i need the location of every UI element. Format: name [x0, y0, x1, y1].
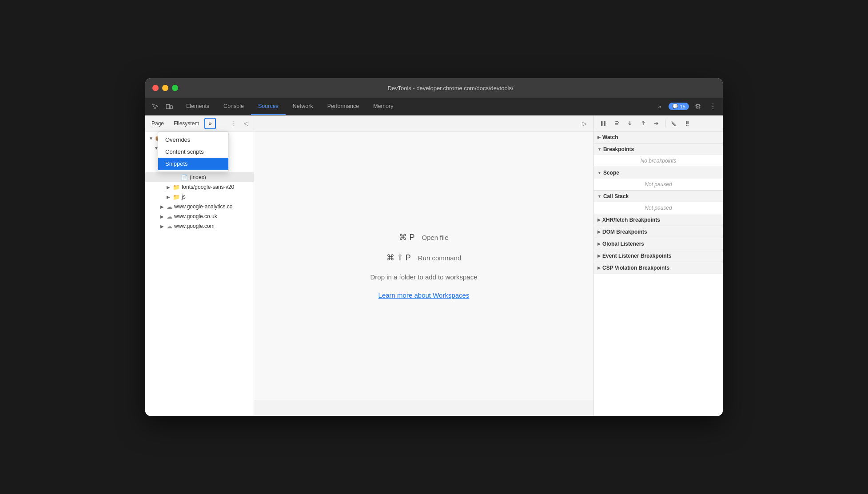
arrow-scope: ▼: [597, 171, 601, 175]
step-over-btn[interactable]: [611, 118, 622, 129]
step-into-btn[interactable]: [624, 118, 636, 129]
section-csp-violation: ▶ CSP Violation Breakpoints: [594, 262, 723, 274]
maximize-button[interactable]: [172, 85, 178, 91]
tab-memory[interactable]: Memory: [366, 98, 400, 115]
main-tabbar: Elements Console Sources Network Perform…: [145, 98, 723, 116]
tree-item-google-com[interactable]: ▶ ☁ www.google.com: [145, 221, 254, 231]
tree-item-google-co-uk[interactable]: ▶ ☁ www.google.co.uk: [145, 211, 254, 221]
arrow-global-listeners: ▶: [597, 242, 601, 246]
step-btn[interactable]: [651, 118, 662, 129]
scope-content: Not paused: [594, 179, 723, 190]
more-subtabs-button[interactable]: »: [204, 118, 216, 129]
right-panel: ▶ Watch ▼ Breakpoints No breakpoints: [594, 116, 723, 416]
icon-google-com: ☁: [167, 223, 172, 230]
sub-tabbar: Page Filesystem » ⋮ ◁ Overrides: [145, 116, 254, 131]
section-header-xhr-fetch[interactable]: ▶ XHR/fetch Breakpoints: [594, 214, 723, 226]
arrow-xhr-fetch: ▶: [597, 218, 601, 222]
badge-icon: 💬: [672, 104, 678, 109]
dropdown-menu: Overrides Content scripts Snippets: [158, 131, 229, 172]
arrow-js: ▶: [167, 195, 173, 199]
left-panel: Page Filesystem » ⋮ ◁ Overrides: [145, 116, 254, 416]
tree-item-fonts[interactable]: ▶ 📁 fonts/google-sans-v20: [145, 182, 254, 192]
device-toolbar-icon[interactable]: [163, 100, 175, 113]
deactivate-breakpoints-btn[interactable]: [668, 118, 680, 129]
workspace-link[interactable]: Learn more about Workspaces: [378, 291, 470, 299]
call-stack-content: Not paused: [594, 202, 723, 214]
section-watch: ▶ Watch: [594, 131, 723, 143]
dropdown-content-scripts[interactable]: Content scripts: [158, 146, 228, 158]
settings-icon[interactable]: ⚙: [692, 100, 704, 113]
tree-item-js[interactable]: ▶ 📁 js: [145, 192, 254, 202]
debugger-toolbar: [594, 116, 723, 131]
tab-performance[interactable]: Performance: [320, 98, 366, 115]
tab-network[interactable]: Network: [286, 98, 320, 115]
arrow-watch: ▶: [597, 135, 601, 139]
tab-console[interactable]: Console: [216, 98, 251, 115]
tab-elements[interactable]: Elements: [179, 98, 216, 115]
svg-rect-9: [686, 121, 687, 124]
tabbar-right: » 💬 15 ⚙ ⋮: [650, 98, 723, 115]
dropdown-overrides[interactable]: Overrides: [158, 134, 228, 146]
arrow-fonts: ▶: [167, 185, 173, 190]
section-scope: ▼ Scope Not paused: [594, 167, 723, 191]
dropdown-snippets[interactable]: Snippets: [158, 158, 228, 170]
arrow-google-com: ▶: [160, 224, 167, 229]
icon-js: 📁: [173, 194, 180, 200]
titlebar: DevTools - developer.chrome.com/docs/dev…: [145, 78, 723, 98]
section-header-csp-violation[interactable]: ▶ CSP Violation Breakpoints: [594, 262, 723, 274]
arrow-google-analytics: ▶: [160, 204, 167, 209]
window-title: DevTools - developer.chrome.com/docs/dev…: [185, 85, 716, 92]
section-dom-breakpoints: ▶ DOM Breakpoints: [594, 226, 723, 238]
traffic-lights: [152, 85, 178, 91]
arrow-event-listener: ▶: [597, 254, 601, 258]
tree-item-google-analytics[interactable]: ▶ ☁ www.google-analytics.co: [145, 202, 254, 211]
file-tree: ▼ 📦 Deployed ▼ ☐ top ▼ ☁ developer.chro.…: [145, 131, 254, 416]
section-call-stack: ▼ Call Stack Not paused: [594, 191, 723, 214]
arrow-dom-breakpoints: ▶: [597, 230, 601, 234]
section-header-watch[interactable]: ▶ Watch: [594, 131, 723, 143]
more-options-icon[interactable]: ⋮: [707, 100, 719, 113]
svg-point-11: [686, 124, 687, 125]
shortcut-open-file: ⌘ P Open file: [399, 232, 448, 242]
svg-rect-2: [601, 121, 603, 126]
icon-google-co-uk: ☁: [167, 213, 172, 220]
shortcut-run-command: ⌘ ⇧ P Run command: [386, 253, 462, 263]
section-header-scope[interactable]: ▼ Scope: [594, 167, 723, 179]
editor-content: ⌘ P Open file ⌘ ⇧ P Run command Drop in …: [254, 131, 593, 400]
shortcut-open-key: ⌘ P: [399, 232, 414, 242]
arrow-breakpoints: ▼: [597, 147, 601, 151]
section-header-dom-breakpoints[interactable]: ▶ DOM Breakpoints: [594, 226, 723, 238]
main-tabs: Elements Console Sources Network Perform…: [179, 98, 650, 115]
pause-on-exceptions-btn[interactable]: [681, 118, 693, 129]
close-button[interactable]: [152, 85, 159, 91]
inspect-icon[interactable]: [149, 100, 161, 113]
subtab-page[interactable]: Page: [147, 119, 168, 128]
pause-btn[interactable]: [597, 118, 609, 129]
section-header-event-listener[interactable]: ▶ Event Listener Breakpoints: [594, 250, 723, 262]
svg-point-12: [688, 124, 689, 125]
toolbar-separator: [665, 120, 665, 127]
tab-sources[interactable]: Sources: [251, 98, 286, 115]
minimize-button[interactable]: [162, 85, 168, 91]
editor-bottom-bar: [254, 400, 593, 416]
icon-index: 📄: [181, 174, 188, 181]
three-dots-icon[interactable]: ⋮: [228, 118, 239, 129]
icon-fonts: 📁: [173, 184, 180, 191]
show-sidebar-btn[interactable]: ▷: [578, 118, 590, 129]
right-content: ▶ Watch ▼ Breakpoints No breakpoints: [594, 131, 723, 416]
center-panel: ▷ ⌘ P Open file ⌘ ⇧ P Run command Drop i…: [254, 116, 594, 416]
svg-rect-1: [170, 106, 172, 109]
more-tabs-icon[interactable]: »: [653, 100, 666, 113]
shortcut-open-action: Open file: [422, 234, 448, 241]
tree-item-index[interactable]: ▶ 📄 (index): [145, 172, 254, 182]
hide-sidebar-icon[interactable]: ◁: [240, 118, 252, 129]
section-global-listeners: ▶ Global Listeners: [594, 238, 723, 250]
section-header-breakpoints[interactable]: ▼ Breakpoints: [594, 143, 723, 155]
notifications-badge[interactable]: 💬 15: [669, 103, 689, 110]
section-header-call-stack[interactable]: ▼ Call Stack: [594, 191, 723, 202]
subtab-filesystem[interactable]: Filesystem: [169, 119, 203, 128]
section-event-listener: ▶ Event Listener Breakpoints: [594, 250, 723, 262]
step-out-btn[interactable]: [637, 118, 649, 129]
drop-folder-text: Drop in a folder to add to workspace: [370, 273, 478, 281]
section-header-global-listeners[interactable]: ▶ Global Listeners: [594, 238, 723, 250]
